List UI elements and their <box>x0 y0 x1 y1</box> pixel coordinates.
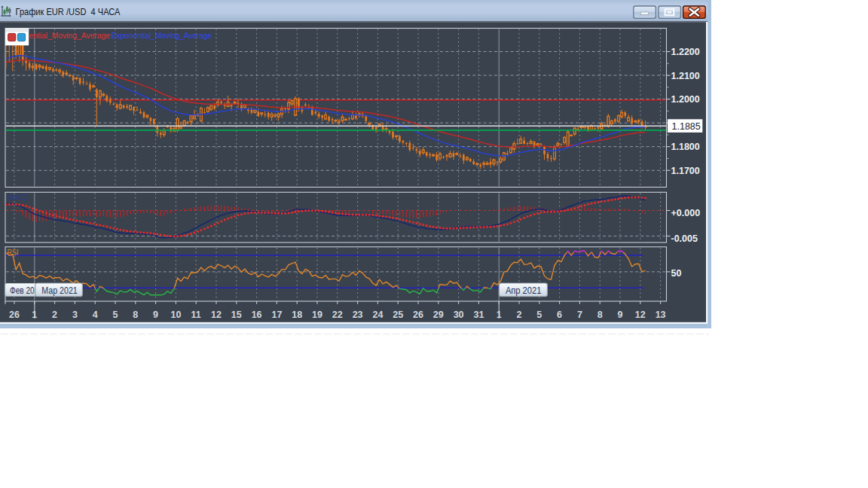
svg-text:Мар 2021: Мар 2021 <box>41 285 78 296</box>
svg-text:1.1700: 1.1700 <box>671 166 700 176</box>
svg-text:10: 10 <box>170 310 181 320</box>
svg-text:24: 24 <box>372 310 383 320</box>
svg-text:31: 31 <box>473 310 484 320</box>
svg-text:1: 1 <box>32 310 37 320</box>
svg-text:17: 17 <box>271 310 282 320</box>
svg-text:1.1885: 1.1885 <box>672 121 701 132</box>
svg-text:График EUR /USD 4 ЧАСА: График EUR /USD 4 ЧАСА <box>16 7 121 17</box>
svg-text:26: 26 <box>413 310 423 320</box>
svg-text:1.2200: 1.2200 <box>671 47 700 57</box>
svg-text:3: 3 <box>72 310 78 320</box>
svg-text:25: 25 <box>393 310 403 320</box>
svg-text:4: 4 <box>93 310 98 320</box>
svg-text:15: 15 <box>231 310 242 320</box>
svg-text:8: 8 <box>598 310 603 320</box>
svg-text:12: 12 <box>635 310 646 320</box>
svg-text:26: 26 <box>9 310 20 320</box>
svg-text:11: 11 <box>191 310 201 320</box>
svg-text:RSI: RSI <box>8 248 19 257</box>
svg-text:50: 50 <box>671 268 682 279</box>
svg-text:Апр 2021: Апр 2021 <box>506 285 542 296</box>
svg-text:1.2000: 1.2000 <box>671 94 700 105</box>
svg-text:1.1800: 1.1800 <box>671 142 700 152</box>
svg-text:29: 29 <box>433 310 444 320</box>
svg-text:12: 12 <box>211 310 222 320</box>
svg-text:-0.005: -0.005 <box>671 233 698 244</box>
svg-text:9: 9 <box>153 310 158 320</box>
svg-text:7: 7 <box>577 310 582 320</box>
svg-text:8: 8 <box>133 310 138 320</box>
svg-text:2: 2 <box>517 310 522 320</box>
svg-text:22: 22 <box>332 310 343 320</box>
svg-text:13: 13 <box>656 310 666 320</box>
svg-text:Exponential_Moving_Average: Exponential_Moving_Average <box>112 31 212 40</box>
svg-text:1: 1 <box>497 310 502 320</box>
svg-text:9: 9 <box>618 310 623 320</box>
svg-text:2: 2 <box>52 310 57 320</box>
svg-text:18: 18 <box>292 310 302 320</box>
svg-text:6: 6 <box>557 310 562 320</box>
svg-text:MACD: MACD <box>8 193 29 202</box>
svg-text:30: 30 <box>454 310 464 320</box>
svg-text:+0.000: +0.000 <box>671 208 701 218</box>
svg-text:23: 23 <box>353 310 363 320</box>
svg-text:5: 5 <box>536 310 542 320</box>
svg-text:1.2100: 1.2100 <box>671 71 700 81</box>
svg-text:19: 19 <box>312 310 322 320</box>
svg-text:5: 5 <box>113 310 118 320</box>
svg-text:ential_Moving_Average: ential_Moving_Average <box>29 31 111 40</box>
svg-text:16: 16 <box>252 310 262 320</box>
